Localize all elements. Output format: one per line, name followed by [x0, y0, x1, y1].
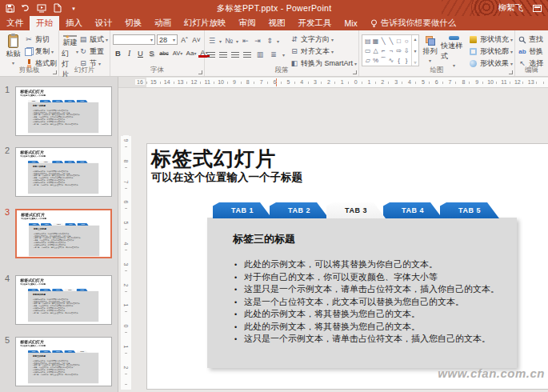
shape-glyph-icon[interactable]: ⌐: [379, 46, 387, 55]
shape-glyph-icon[interactable]: ╲: [379, 36, 387, 46]
horizontal-ruler[interactable]: 1615141312111098765432101234567891011121…: [118, 77, 548, 88]
shape-glyph-icon[interactable]: ▤: [364, 36, 372, 46]
slide-tab-2[interactable]: TAB 2: [270, 202, 329, 218]
underline-button[interactable]: U: [135, 48, 146, 58]
shape-glyph-icon[interactable]: ⌒: [379, 55, 387, 65]
shape-glyph-icon[interactable]: {: [395, 55, 403, 65]
shape-glyph-icon[interactable]: □: [395, 36, 403, 46]
shape-glyph-icon[interactable]: ╲: [387, 36, 395, 46]
slide-tab-1[interactable]: TAB 1: [213, 202, 272, 218]
shape-glyph-icon[interactable]: △: [372, 46, 380, 55]
slideshow-from-start-icon[interactable]: [37, 3, 46, 13]
shape-glyph-icon[interactable]: ⇨: [395, 46, 403, 55]
shapes-scroll-arrow-icon[interactable]: ▾: [414, 48, 417, 54]
new-slide-button[interactable]: 新建 幻灯片▾: [62, 33, 78, 68]
numbering-icon[interactable]: №: [224, 37, 234, 46]
shape-glyph-icon[interactable]: ○: [402, 36, 410, 46]
shapes-scroll-arrow-icon[interactable]: ▴: [414, 36, 417, 42]
slide-thumbnail-1[interactable]: 标签式幻灯片可以在这个位置输入一个子标题TAB 1TAB 2TAB 3TAB 4…: [15, 86, 112, 136]
paragraph-dialog-launcher-icon[interactable]: [353, 70, 357, 74]
slide-tab-4[interactable]: TAB 4: [383, 202, 442, 218]
shapes-scroll-arrow-icon[interactable]: ▿: [414, 59, 417, 65]
slide-thumbnail-4[interactable]: 标签式幻灯片可以在这个位置输入一个子标题TAB 1TAB 2TAB 3TAB 4…: [15, 275, 112, 325]
ribbon-tab-切换[interactable]: 切换: [118, 16, 148, 30]
align-center-icon[interactable]: [219, 52, 227, 58]
line-spacing-icon[interactable]: ⇕: [265, 37, 274, 46]
slide-tab-3[interactable]: TAB 3: [326, 202, 386, 218]
arrange-button[interactable]: 排列 ▾: [419, 33, 441, 68]
slide-thumbnail-2[interactable]: 标签式幻灯片可以在这个位置输入一个子标题TAB 1TAB 2TAB 3TAB 4…: [15, 147, 112, 197]
ribbon-tab-幻灯片放映[interactable]: 幻灯片放映: [178, 16, 233, 30]
text-shadow-button[interactable]: S: [146, 48, 157, 58]
shape-glyph-icon[interactable]: ¬: [387, 46, 395, 55]
shrink-font-button[interactable]: A˅: [191, 34, 202, 45]
slide-thumbnail-3[interactable]: 标签式幻灯片可以在这个位置输入一个子标题TAB 1TAB 2TAB 3TAB 4…: [15, 209, 112, 258]
shape-glyph-icon[interactable]: }: [402, 55, 410, 65]
text-direction-button[interactable]: ⇵文字方向▾: [290, 34, 357, 45]
shapes-gallery-scroll[interactable]: ▴▾▿: [411, 35, 418, 66]
clipboard-dialog-launcher-icon[interactable]: [53, 70, 57, 74]
ribbon-tab-视图[interactable]: 视图: [262, 16, 292, 30]
new-file-icon[interactable]: [53, 3, 62, 13]
reset-button[interactable]: ↻重置: [78, 46, 108, 57]
italic-button[interactable]: I: [124, 48, 134, 58]
tell-me-box[interactable]: 告诉我你想要做什么: [364, 16, 463, 30]
quick-styles-button[interactable]: 快速样式 ▾: [441, 33, 467, 68]
align-left-icon[interactable]: [207, 52, 215, 58]
user-name[interactable]: 柳絮飞: [498, 2, 524, 14]
slide-thumbnail-5[interactable]: 标签式幻灯片可以在这个位置输入一个子标题TAB 1TAB 2TAB 3TAB 4…: [15, 337, 112, 386]
ribbon-tab-文件[interactable]: 文件: [0, 16, 30, 30]
slide-canvas[interactable]: 标签式幻灯片 可以在这个位置输入一个子标题 TAB 1TAB 2TAB 3TAB…: [146, 143, 548, 390]
bullets-icon[interactable]: ☰: [207, 37, 217, 46]
copy-button[interactable]: 复制▾: [24, 46, 57, 57]
align-right-icon[interactable]: [231, 52, 239, 58]
shape-glyph-icon[interactable]: ▭: [364, 46, 372, 55]
paste-button[interactable]: 粘贴 ▾: [2, 33, 24, 68]
drawing-dialog-launcher-icon[interactable]: [509, 70, 513, 74]
ribbon-tab-Mix[interactable]: Mix: [338, 16, 364, 30]
font-name-combo[interactable]: ▾: [113, 34, 155, 45]
bold-button[interactable]: B: [113, 48, 123, 58]
shape-glyph-icon[interactable]: ▱: [364, 55, 372, 65]
ribbon-tab-插入[interactable]: 插入: [59, 16, 89, 30]
ribbon-tab-设计[interactable]: 设计: [89, 16, 118, 30]
increase-indent-icon[interactable]: ⇥: [253, 37, 262, 46]
strikethrough-button[interactable]: abc: [158, 48, 170, 58]
find-button[interactable]: 查找: [518, 34, 543, 45]
font-dialog-launcher-icon[interactable]: [198, 70, 202, 74]
shape-glyph-icon[interactable]: ⇩: [402, 46, 410, 55]
columns-icon[interactable]: ▥: [255, 50, 265, 59]
ribbon-tab-动画[interactable]: 动画: [148, 16, 178, 30]
font-size-combo[interactable]: 28▾: [157, 34, 178, 45]
ribbon-tab-审阅[interactable]: 审阅: [233, 16, 262, 30]
shapes-gallery[interactable]: ▤▦╲╲□○▭△⌐¬⇨⇩▱%⌒∿{}▴▾▿: [362, 34, 419, 66]
shape-glyph-icon[interactable]: %: [372, 55, 380, 65]
list-level-icon[interactable]: ≣: [269, 50, 278, 59]
ribbon-tab-开始[interactable]: 开始: [30, 16, 59, 30]
replace-button[interactable]: ab 替换: [518, 46, 543, 57]
shape-glyph-icon[interactable]: ▦: [372, 36, 380, 46]
change-case-button[interactable]: Aa▾: [185, 48, 198, 58]
layout-button[interactable]: ▤版式▾: [78, 34, 108, 45]
character-spacing-button[interactable]: AV▾: [171, 48, 184, 58]
slide-title[interactable]: 标签式幻灯片: [151, 146, 276, 172]
customize-qat-icon[interactable]: ▾: [69, 3, 78, 13]
slide-subtitle[interactable]: 可以在这个位置输入一个子标题: [151, 170, 302, 185]
decrease-indent-icon[interactable]: ⇤: [241, 37, 250, 46]
shape-glyph-icon[interactable]: ∿: [387, 55, 395, 65]
ribbon-tab-开发工具[interactable]: 开发工具: [292, 16, 338, 30]
bullet-list[interactable]: •此处的示例文本，可以将其替换为你自己的文本。•对于你自己的文本，你可以更改颜色…: [234, 258, 499, 346]
cut-button[interactable]: ✂剪切: [24, 34, 57, 45]
undo-icon[interactable]: [21, 3, 30, 13]
shape-fill-button[interactable]: 形状填充▾: [469, 34, 513, 45]
tab-content-panel[interactable]: 标签三的标题 •此处的示例文本，可以将其替换为你自己的文本。•对于你自己的文本，…: [207, 218, 517, 368]
save-icon[interactable]: [5, 3, 14, 13]
tab-panel-heading[interactable]: 标签三的标题: [233, 232, 295, 246]
justify-icon[interactable]: [243, 52, 251, 58]
grow-font-button[interactable]: Aˆ: [179, 34, 190, 45]
align-text-button[interactable]: ⊟对齐文本▾: [290, 46, 357, 57]
ribbon-display-options-icon[interactable]: [533, 5, 542, 12]
shape-outline-button[interactable]: 形状轮廓▾: [469, 46, 513, 57]
vertical-ruler[interactable]: 987654321012: [121, 90, 131, 392]
slide-tab-5[interactable]: TAB 5: [440, 202, 499, 218]
